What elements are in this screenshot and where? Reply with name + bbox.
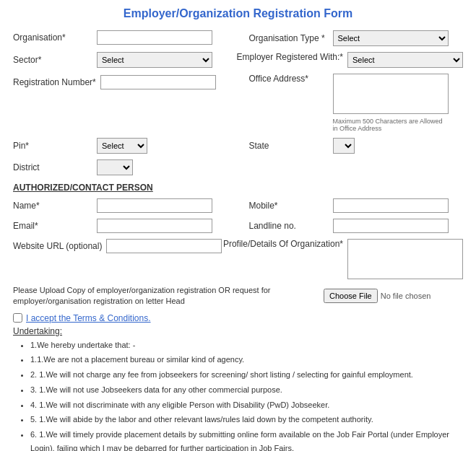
landline-input[interactable]: [333, 219, 449, 233]
org-type-select[interactable]: Select: [333, 30, 449, 46]
row-sector: Sector* Select Employer Registered With:…: [13, 52, 463, 68]
terms-link[interactable]: I accept the Terms & Conditions.: [26, 313, 151, 323]
undertaking-section: Undertaking: 1.We hereby undertake that:…: [13, 326, 463, 451]
row-reg-number: Registration Number* Office Address* Max…: [13, 74, 463, 132]
choose-file-button[interactable]: Choose File: [324, 289, 378, 303]
row-organisation: Organisation* Organisation Type * Select: [13, 30, 463, 46]
list-item: 1.1.We are not a placement bureau or sim…: [30, 353, 463, 367]
profile-label: Profile/Details Of Organization*: [223, 239, 343, 249]
list-item: 4. 1.We will not discriminate with any e…: [30, 398, 463, 412]
col-organisation: Organisation*: [13, 30, 228, 45]
file-group: Choose File No file chosen: [324, 289, 430, 303]
email-label: Email*: [13, 221, 92, 231]
state-select[interactable]: [333, 138, 355, 154]
pin-label: Pin*: [13, 141, 92, 151]
terms-checkbox[interactable]: [13, 313, 22, 323]
row-district: District: [13, 159, 463, 175]
col-pin: Pin* Select: [13, 138, 228, 154]
row-email-landline: Email* Landline no.: [13, 219, 463, 233]
office-address-textarea[interactable]: [333, 74, 449, 114]
list-item: 1.We hereby undertake that: -: [30, 338, 463, 352]
col-employer-reg: Employer Registered With:* Select: [237, 52, 463, 68]
col-website: Website URL (optional): [13, 239, 222, 253]
office-address-label: Office Address*: [249, 74, 329, 84]
list-item: 2. 1.We will not charge any fee from job…: [30, 368, 463, 382]
col-org-type: Organisation Type * Select: [249, 30, 464, 46]
employer-reg-label: Employer Registered With:*: [237, 52, 343, 62]
district-select[interactable]: [97, 159, 133, 175]
list-item: 3. 1.We will not use Jobseekers data for…: [30, 383, 463, 397]
sector-select[interactable]: Select: [97, 52, 212, 68]
organisation-input[interactable]: [97, 30, 212, 45]
name-input[interactable]: [97, 198, 212, 213]
row-name-mobile: Name* Mobile*: [13, 198, 463, 213]
authorized-section-title: AUTHORIZED/CONTACT PERSON: [13, 183, 463, 193]
mobile-input[interactable]: [333, 198, 449, 213]
upload-row: Please Upload Copy of employer/organizat…: [13, 285, 463, 307]
no-file-text: No file chosen: [381, 292, 431, 300]
org-type-label: Organisation Type *: [249, 33, 329, 43]
col-email: Email*: [13, 219, 228, 233]
organisation-label: Organisation*: [13, 32, 92, 43]
reg-number-label: Registration Number*: [13, 77, 96, 87]
employer-reg-select[interactable]: Select: [347, 52, 463, 68]
mobile-label: Mobile*: [249, 201, 329, 211]
terms-row: I accept the Terms & Conditions.: [13, 313, 463, 323]
page-title: Employer/Organization Registration Form: [13, 7, 463, 20]
col-sector: Sector* Select: [13, 52, 215, 68]
undertaking-title: Undertaking:: [13, 326, 463, 336]
col-profile: Profile/Details Of Organization*: [223, 239, 463, 279]
state-label: State: [249, 141, 329, 151]
email-input[interactable]: [97, 219, 212, 233]
list-item: 5. 1.We will abide by the labor and othe…: [30, 413, 463, 426]
sector-label: Sector*: [13, 55, 92, 65]
landline-label: Landline no.: [249, 221, 329, 231]
upload-text: Please Upload Copy of employer/organizat…: [13, 285, 316, 307]
col-state: State: [249, 138, 464, 154]
name-label: Name*: [13, 201, 92, 211]
district-label: District: [13, 162, 92, 172]
col-office-address: Office Address* Maximum 500 Characters a…: [249, 74, 464, 132]
col-mobile: Mobile*: [249, 198, 464, 213]
office-address-hint: Maximum 500 Characters are Allowed in Of…: [333, 118, 449, 132]
pin-select[interactable]: Select: [97, 138, 147, 154]
row-pin: Pin* Select State: [13, 138, 463, 154]
profile-textarea[interactable]: [347, 239, 463, 279]
row-website-profile: Website URL (optional) Profile/Details O…: [13, 239, 463, 279]
col-name: Name*: [13, 198, 228, 213]
website-label: Website URL (optional): [13, 241, 102, 251]
list-item: 6. 1.We will timely provide placement de…: [30, 428, 463, 451]
website-input[interactable]: [106, 239, 222, 253]
col-district: District: [13, 159, 463, 175]
undertaking-list: 1.We hereby undertake that: - 1.1.We are…: [13, 338, 463, 451]
office-address-wrapper: Maximum 500 Characters are Allowed in Of…: [333, 74, 449, 132]
registration-number-input[interactable]: [100, 75, 216, 89]
col-landline: Landline no.: [249, 219, 464, 233]
col-reg-number: Registration Number*: [13, 75, 228, 89]
registration-form: Organisation* Organisation Type * Select…: [13, 30, 463, 451]
